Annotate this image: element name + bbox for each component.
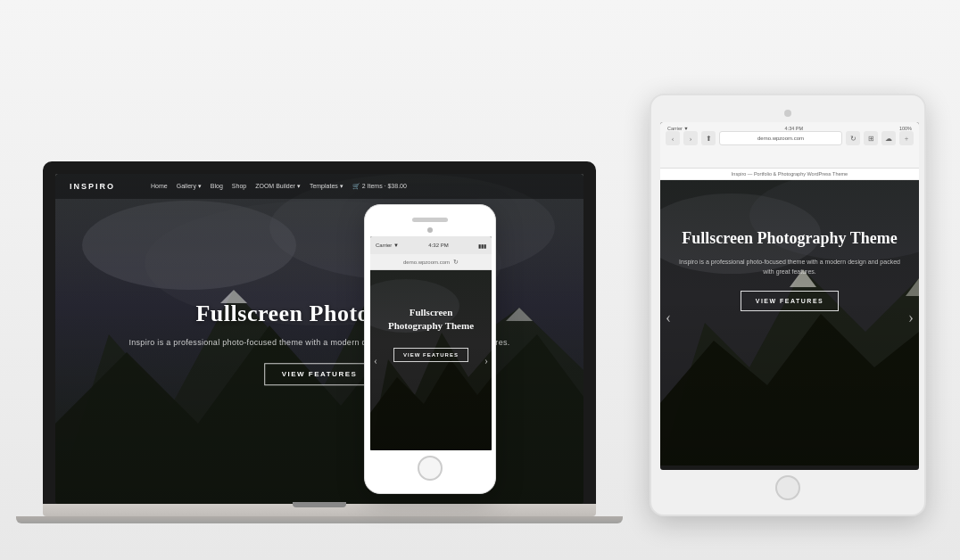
phone-content: INSPIRO Fullscreen Photography Theme VIE… [370, 270, 492, 450]
tablet-add-btn[interactable]: ⊞ [864, 131, 878, 145]
phone-status-bar: Carrier ▼ 4:32 PM ▮▮▮ [370, 236, 492, 254]
phone-title: Fullscreen Photography Theme [377, 306, 484, 334]
phone-time: 4:32 PM [428, 243, 448, 248]
phone-url: demo.wpzoom.com [403, 259, 450, 265]
phone-home-button[interactable] [418, 456, 443, 481]
laptop-device: INSPIRO Home Gallery ▾ Blog Shop ZOOM Bu… [43, 161, 596, 516]
tablet-browser-bar: Carrier ▼ 4:34 PM 100% ‹ › ⬆ demo.wpzoom… [660, 122, 919, 169]
tablet-arrow-right[interactable]: › [908, 309, 914, 327]
tablet-subtitle: Inspiro is a professional photo-focused … [678, 258, 901, 276]
tablet-icloud-btn[interactable]: ☁ [881, 131, 896, 145]
tablet-forward-btn[interactable]: › [683, 131, 698, 145]
tablet-title: Fullscreen Photography Theme [678, 228, 901, 249]
laptop-base [43, 504, 596, 516]
tablet-share-btn[interactable]: ⬆ [701, 131, 716, 145]
tablet-content: INSPIRO Fullscreen Photography Theme Ins… [660, 180, 919, 465]
phone-battery: ▮▮▮ [478, 243, 486, 249]
tablet-home-button[interactable] [775, 475, 800, 500]
laptop-notch [293, 502, 346, 507]
tablet-page-title: Inspiro — Portfolio & Photography WordPr… [660, 169, 919, 180]
tablet-browser-controls: ‹ › ⬆ demo.wpzoom.com ↻ ⊞ ☁ + [666, 131, 914, 145]
laptop-nav: INSPIRO Home Gallery ▾ Blog Shop ZOOM Bu… [55, 174, 583, 199]
tablet-hero: Fullscreen Photography Theme Inspiro is … [660, 207, 919, 325]
phone-screen: Carrier ▼ 4:32 PM ▮▮▮ demo.wpzoom.com ↻ [370, 236, 492, 450]
phone-body: Carrier ▼ 4:32 PM ▮▮▮ demo.wpzoom.com ↻ [364, 204, 496, 494]
phone-arrow-right[interactable]: › [484, 354, 488, 367]
tablet-url-text: demo.wpzoom.com [757, 136, 804, 141]
phone-camera [427, 227, 433, 233]
phone-arrow-left[interactable]: ‹ [374, 354, 377, 367]
phone-carrier: Carrier ▼ [376, 243, 399, 248]
device-showcase: INSPIRO Home Gallery ▾ Blog Shop ZOOM Bu… [16, 17, 944, 543]
tablet-url-bar[interactable]: demo.wpzoom.com [719, 131, 842, 145]
tablet-back-btn[interactable]: ‹ [666, 131, 680, 145]
tablet-arrow-left[interactable]: ‹ [666, 309, 671, 327]
laptop-nav-links: Home Gallery ▾ Blog Shop ZOOM Builder ▾ … [151, 183, 407, 190]
tablet-camera [784, 110, 791, 117]
laptop-logo: INSPIRO [70, 182, 115, 191]
tablet-screen: Carrier ▼ 4:34 PM 100% ‹ › ⬆ demo.wpzoom… [660, 122, 919, 470]
phone-url-bar[interactable]: demo.wpzoom.com ↻ [370, 254, 492, 270]
phone-reload-icon[interactable]: ↻ [453, 259, 459, 266]
phone-hero: Fullscreen Photography Theme VIEW FEATUR… [370, 292, 492, 376]
tablet-plus-btn[interactable]: + [899, 131, 914, 145]
phone-speaker [412, 218, 448, 222]
tablet-body: Carrier ▼ 4:34 PM 100% ‹ › ⬆ demo.wpzoom… [650, 94, 926, 516]
tablet-cta-button[interactable]: VIEW FEATURES [741, 291, 840, 311]
tablet-device: Carrier ▼ 4:34 PM 100% ‹ › ⬆ demo.wpzoom… [650, 94, 926, 516]
phone-device: Carrier ▼ 4:32 PM ▮▮▮ demo.wpzoom.com ↻ [364, 204, 496, 494]
phone-cta-button[interactable]: VIEW FEATURES [393, 348, 468, 362]
tablet-reload-btn[interactable]: ↻ [846, 131, 860, 145]
laptop-cta-button[interactable]: VIEW FEATURES [265, 363, 375, 385]
